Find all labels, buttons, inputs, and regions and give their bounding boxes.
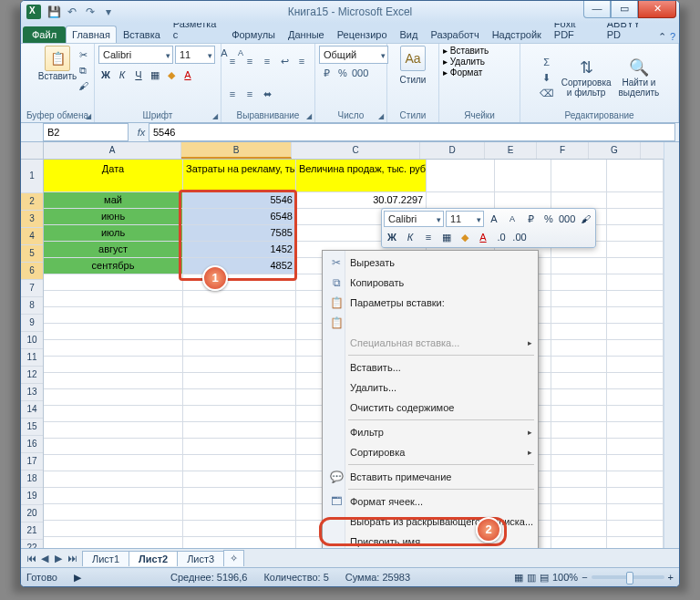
row-header[interactable]: 19: [21, 488, 43, 505]
font-size-combo[interactable]: 11: [175, 46, 215, 64]
cell[interactable]: [607, 192, 664, 209]
cell[interactable]: [44, 422, 183, 439]
cell[interactable]: [183, 406, 296, 422]
cell[interactable]: [183, 307, 296, 324]
row-header[interactable]: 11: [21, 349, 43, 367]
mini-align-icon[interactable]: ≡: [420, 229, 437, 245]
save-icon[interactable]: 💾: [46, 5, 61, 19]
mini-fill-icon[interactable]: ◆: [457, 229, 473, 245]
cell[interactable]: [183, 291, 296, 307]
row-header[interactable]: 20: [21, 505, 43, 522]
cell[interactable]: 6548: [183, 209, 296, 225]
merge-icon[interactable]: ⬌: [260, 87, 274, 101]
sheet-nav-last-icon[interactable]: ⏭: [66, 553, 78, 564]
cell[interactable]: [183, 537, 296, 548]
fx-icon[interactable]: fx: [134, 127, 149, 138]
ribbon-minimize-icon[interactable]: ⌃: [658, 31, 666, 43]
cell[interactable]: [551, 389, 608, 406]
close-button[interactable]: ✕: [638, 1, 676, 18]
cell[interactable]: [607, 307, 664, 324]
row-header[interactable]: 9: [21, 315, 43, 332]
cell[interactable]: [607, 455, 664, 471]
cell[interactable]: [183, 422, 296, 439]
help-icon[interactable]: ?: [670, 31, 675, 43]
row-header[interactable]: 12: [21, 367, 43, 384]
cell[interactable]: [607, 274, 664, 291]
cell[interactable]: [183, 357, 296, 373]
cell[interactable]: [44, 488, 183, 504]
currency-icon[interactable]: ₽: [319, 66, 334, 80]
bold-icon[interactable]: Ж: [98, 67, 113, 82]
row-header[interactable]: 6: [21, 263, 43, 280]
tab-insert[interactable]: Вставка: [117, 26, 167, 43]
cell[interactable]: 1452: [183, 242, 296, 258]
row-header[interactable]: 7: [21, 280, 43, 297]
cell[interactable]: [607, 471, 664, 488]
cell[interactable]: [551, 521, 608, 537]
percent-icon[interactable]: %: [335, 66, 350, 80]
mini-italic-icon[interactable]: К: [402, 229, 418, 245]
cell[interactable]: [551, 160, 608, 192]
mini-dec-dec-icon[interactable]: .00: [511, 229, 528, 245]
row-header[interactable]: 14: [21, 401, 43, 419]
minimize-button[interactable]: ―: [583, 1, 611, 18]
tab-formulas[interactable]: Формулы: [225, 26, 282, 43]
cell[interactable]: [427, 192, 495, 209]
align-bot-icon[interactable]: ≡: [260, 54, 274, 68]
cell[interactable]: 5546: [183, 192, 296, 209]
undo-icon[interactable]: ↶: [65, 5, 79, 19]
redo-icon[interactable]: ↷: [83, 5, 98, 19]
styles-button[interactable]: Стили: [400, 75, 427, 85]
cell[interactable]: [44, 357, 183, 373]
row-header[interactable]: 5: [21, 245, 43, 263]
sheet-tab[interactable]: Лист1: [82, 551, 129, 566]
align-launcher-icon[interactable]: ◢: [304, 112, 314, 121]
align-top-icon[interactable]: ≡: [225, 54, 240, 68]
font-launcher-icon[interactable]: ◢: [211, 112, 220, 121]
mini-grow-icon[interactable]: A: [486, 211, 502, 227]
align-right-icon[interactable]: ≡: [242, 87, 257, 101]
clear-icon[interactable]: ⌫: [540, 86, 554, 100]
cell[interactable]: [551, 439, 608, 455]
mini-font-combo[interactable]: Calibri: [384, 211, 444, 227]
cell[interactable]: сентябрь: [44, 258, 183, 274]
cell[interactable]: Затраты на рекламу, тыс. руб.: [183, 160, 296, 192]
cells-format[interactable]: ▸ Формат: [443, 67, 482, 78]
cell[interactable]: [551, 373, 608, 389]
mini-currency-icon[interactable]: ₽: [522, 211, 539, 227]
row-header[interactable]: 16: [21, 436, 43, 453]
align-left-icon[interactable]: ≡: [294, 54, 309, 68]
fill-icon[interactable]: ⬇: [540, 70, 554, 85]
cell[interactable]: [495, 192, 551, 209]
mini-comma-icon[interactable]: 000: [559, 211, 575, 227]
col-header[interactable]: F: [537, 142, 589, 159]
cell[interactable]: [607, 537, 664, 548]
col-header[interactable]: E: [485, 142, 537, 159]
zoom-out-icon[interactable]: −: [582, 572, 587, 583]
cell[interactable]: [44, 291, 183, 307]
select-all-corner[interactable]: [21, 142, 43, 160]
format-painter-icon[interactable]: 🖌: [76, 78, 90, 93]
cell[interactable]: [607, 373, 664, 389]
align-center-icon[interactable]: ≡: [225, 87, 240, 101]
col-header[interactable]: G: [589, 142, 641, 159]
mini-painter-icon[interactable]: 🖌: [577, 211, 593, 227]
cell[interactable]: [183, 488, 296, 504]
cell[interactable]: 30.07.2297: [296, 192, 427, 209]
tab-review[interactable]: Рецензиро: [331, 26, 394, 43]
ctx-delete[interactable]: Удалить...: [324, 378, 536, 398]
font-color-icon[interactable]: A: [180, 67, 195, 82]
number-launcher-icon[interactable]: ◢: [376, 112, 386, 121]
row-header[interactable]: 21: [21, 522, 43, 540]
row-header[interactable]: 2: [21, 193, 43, 211]
row-header[interactable]: 10: [21, 332, 43, 349]
cell[interactable]: август: [44, 242, 183, 258]
ctx-clear[interactable]: Очистить содержимое: [324, 398, 536, 418]
border-icon[interactable]: ▦: [148, 67, 162, 82]
ctx-format-cells[interactable]: 🗔Формат ячеек...: [324, 491, 536, 512]
cell[interactable]: [551, 471, 608, 488]
view-layout-icon[interactable]: ▥: [527, 572, 536, 584]
cell[interactable]: [44, 471, 183, 488]
ctx-cut[interactable]: ✂Вырезать: [324, 253, 536, 273]
view-normal-icon[interactable]: ▦: [514, 572, 523, 584]
